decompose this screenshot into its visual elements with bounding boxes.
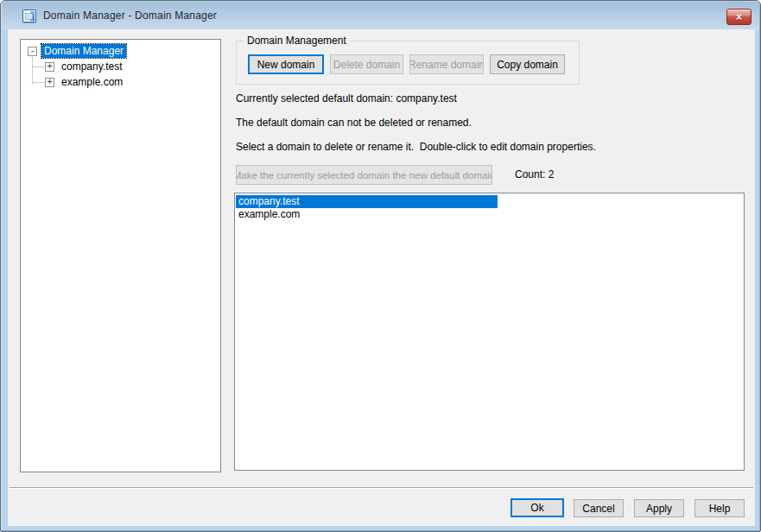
close-button[interactable]: × [726, 9, 751, 25]
tree-item-label[interactable]: Domain Manager [41, 44, 126, 58]
apply-button[interactable]: Apply [634, 499, 684, 517]
rename-domain-button[interactable]: Rename domain [409, 54, 484, 74]
instructions-text: Select a domain to delete or rename it. … [236, 141, 596, 153]
close-icon: × [736, 12, 742, 22]
new-domain-button[interactable]: New domain [248, 54, 324, 74]
dialog-window: Domain Manager - Domain Manager × - Doma… [0, 0, 761, 532]
default-domain-note: The default domain can not be deleted or… [236, 117, 472, 129]
copy-domain-button[interactable]: Copy domain [490, 54, 565, 74]
expand-icon[interactable]: + [45, 78, 54, 87]
default-domain-text: Currently selected default domain: compa… [236, 92, 457, 104]
collapse-icon[interactable]: - [28, 47, 37, 56]
list-item-example-com[interactable]: example.com [236, 208, 743, 221]
domain-count-label: Count: 2 [515, 168, 554, 180]
titlebar[interactable]: Domain Manager - Domain Manager × [2, 2, 759, 29]
tree-item-company-test[interactable]: + company.test [21, 59, 220, 74]
domain-tree-panel: - Domain Manager + company.test + exampl… [20, 39, 221, 472]
delete-domain-button[interactable]: Delete domain [330, 54, 403, 74]
cancel-button[interactable]: Cancel [574, 499, 624, 517]
ok-button[interactable]: Ok [511, 498, 564, 517]
dialog-content: - Domain Manager + company.test + exampl… [8, 29, 755, 526]
tree-item-label[interactable]: company.test [59, 60, 124, 73]
expand-icon[interactable]: + [45, 62, 54, 72]
domain-tree: - Domain Manager + company.test + exampl… [21, 43, 220, 90]
help-button[interactable]: Help [694, 499, 745, 517]
app-icon [22, 10, 36, 22]
make-default-button[interactable]: Make the currently selected domain the n… [236, 165, 492, 185]
list-item-company-test[interactable]: company.test [236, 195, 498, 208]
tree-item-label[interactable]: example.com [59, 75, 125, 89]
window-title: Domain Manager - Domain Manager [43, 10, 217, 22]
group-label: Domain Management [244, 35, 350, 47]
tree-item-example-com[interactable]: + example.com [21, 74, 220, 90]
tree-item-domain-manager[interactable]: - Domain Manager [21, 43, 220, 59]
footer-divider [10, 487, 753, 489]
domain-listbox[interactable]: company.test example.com [234, 193, 745, 471]
